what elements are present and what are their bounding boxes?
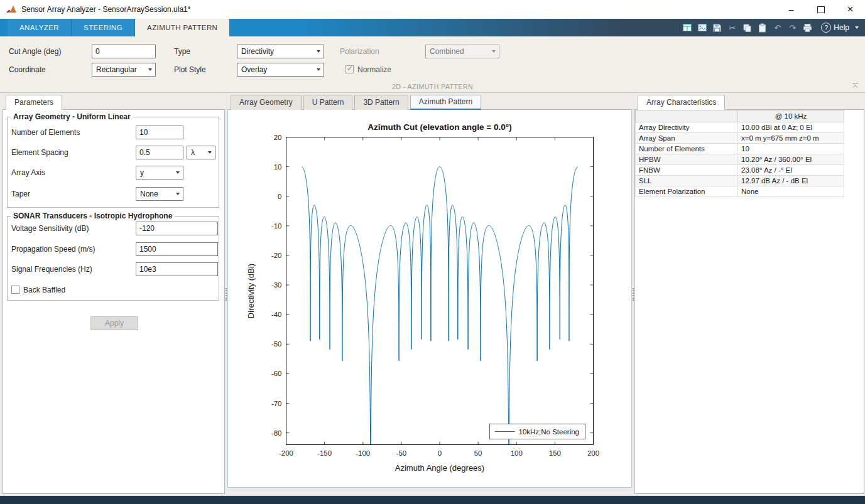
normalize-label: Normalize <box>357 63 391 77</box>
ribbon-section-label: 2D - AZIMUTH PATTERN <box>0 83 865 90</box>
row-label: SLL <box>636 176 738 186</box>
svg-text:-60: -60 <box>271 370 282 377</box>
help-label: Help <box>834 23 849 32</box>
svg-text:-10: -10 <box>271 222 282 230</box>
copy-icon[interactable] <box>742 23 753 33</box>
signal-frequencies-label: Signal Frequencies (Hz) <box>11 262 92 276</box>
close-button[interactable]: × <box>835 0 865 19</box>
voltage-sensitivity-input[interactable] <box>136 222 218 235</box>
characteristics-row: Array Directivity10.00 dBi at 0 Az; 0 El <box>636 122 844 133</box>
svg-text:0: 0 <box>278 193 281 200</box>
help-button[interactable]: ? Help <box>821 23 849 33</box>
type-label: Type <box>174 45 190 58</box>
num-elements-input[interactable] <box>136 126 183 139</box>
tab-azimuth-pattern[interactable]: AZIMUTH PATTERN <box>135 19 229 36</box>
tab-array-characteristics[interactable]: Array Characteristics <box>638 95 725 110</box>
svg-text:-50: -50 <box>396 449 407 457</box>
tab-analyzer[interactable]: ANALYZER <box>8 19 72 36</box>
element-spacing-input[interactable] <box>136 146 183 159</box>
signal-frequencies-input[interactable] <box>136 262 218 276</box>
undo-icon[interactable]: ↶ <box>772 23 783 33</box>
element-spacing-unit-dropdown[interactable]: λ <box>187 146 215 159</box>
element-spacing-unit-value: λ <box>191 148 195 157</box>
minimize-button[interactable]: – <box>776 0 806 19</box>
svg-text:-70: -70 <box>271 400 282 407</box>
tab-parameters[interactable]: Parameters <box>6 95 62 110</box>
normalize-checkbox[interactable] <box>345 65 354 73</box>
characteristics-table: @ 10 kHz Array Directivity10.00 dBi at 0… <box>635 110 844 197</box>
figure-tab-u-pattern[interactable]: U Pattern <box>303 95 353 110</box>
figure-tab-azimuth-pattern[interactable]: Azimuth Pattern <box>410 95 481 110</box>
paste-icon[interactable] <box>757 23 768 33</box>
maximize-icon <box>817 6 825 13</box>
row-value: None <box>738 186 844 197</box>
collapse-ribbon-icon[interactable] <box>851 82 859 89</box>
plot-style-label: Plot Style <box>174 63 206 77</box>
chevron-down-icon <box>313 45 324 58</box>
parameters-panel: Parameters Array Geometry - Uniform Line… <box>3 94 225 494</box>
cut-angle-input[interactable] <box>92 45 156 58</box>
transducers-title: SONAR Transducers - Isotropic Hydrophone <box>11 212 175 220</box>
chevron-down-icon <box>204 146 215 159</box>
polarization-label: Polarization <box>340 45 379 58</box>
chevron-down-icon <box>172 166 183 179</box>
svg-text:200: 200 <box>587 449 599 457</box>
tab-steering[interactable]: STEERING <box>72 19 135 36</box>
svg-text:-20: -20 <box>271 252 282 259</box>
polarization-dropdown[interactable]: Combined <box>425 45 499 58</box>
coordinate-dropdown[interactable]: Rectangular <box>92 63 156 77</box>
figure-panel: Array Geometry U Pattern 3D Pattern Azim… <box>227 94 632 488</box>
row-label: FNBW <box>636 165 738 176</box>
apply-button[interactable]: Apply <box>90 316 138 330</box>
image-icon[interactable] <box>697 23 707 33</box>
matlab-icon <box>6 4 17 15</box>
ribbon: Cut Angle (deg) Type Directivity Polariz… <box>0 36 865 93</box>
toolbar-overflow-icon[interactable] <box>855 26 859 29</box>
array-axis-dropdown[interactable]: y <box>136 166 183 180</box>
characteristics-body: @ 10 kHz Array Directivity10.00 dBi at 0… <box>634 110 864 494</box>
taper-dropdown[interactable]: None <box>136 187 183 201</box>
splitter-grip-icon <box>633 288 634 301</box>
title-bar: Sensor Array Analyzer - SensorArraySessi… <box>0 0 865 19</box>
row-value: 12.97 dB Az / - dB El <box>738 176 844 186</box>
maximize-button[interactable] <box>806 0 835 19</box>
propagation-speed-input[interactable] <box>136 242 218 256</box>
voltage-sensitivity-label: Voltage Sensitivity (dB) <box>11 222 89 235</box>
quick-access-toolbar: ✂ ↶ ↷ ? Help <box>682 19 865 36</box>
cut-angle-label: Cut Angle (deg) <box>9 45 61 58</box>
figure-tab-array-geometry[interactable]: Array Geometry <box>231 95 302 110</box>
svg-text:10kHz;No Steering: 10kHz;No Steering <box>519 428 580 436</box>
cut-icon[interactable]: ✂ <box>727 23 737 33</box>
figure-tab-3d-pattern[interactable]: 3D Pattern <box>354 95 408 110</box>
redo-icon[interactable]: ↷ <box>787 23 798 33</box>
save-icon[interactable] <box>712 23 722 33</box>
print-icon[interactable] <box>802 23 813 33</box>
row-value: 10.20° Az / 360.00° El <box>738 154 844 165</box>
svg-text:-40: -40 <box>271 311 282 318</box>
svg-text:50: 50 <box>474 449 482 457</box>
svg-text:-150: -150 <box>317 449 332 457</box>
type-dropdown[interactable]: Directivity <box>237 45 324 58</box>
back-baffled-checkbox[interactable] <box>11 286 19 294</box>
svg-text:20: 20 <box>274 134 282 141</box>
row-label: Array Directivity <box>636 122 738 133</box>
grid-icon[interactable] <box>682 23 692 33</box>
window-title: Sensor Array Analyzer - SensorArraySessi… <box>21 5 190 14</box>
row-value: 23.08° Az / -° El <box>738 165 844 176</box>
plot-style-dropdown[interactable]: Overlay <box>237 63 324 77</box>
window-controls: – × <box>776 0 865 19</box>
svg-text:-30: -30 <box>271 281 282 289</box>
help-icon: ? <box>821 23 831 33</box>
row-value: 10.00 dBi at 0 Az; 0 El <box>738 122 844 133</box>
num-elements-label: Number of Elements <box>11 126 80 139</box>
svg-text:-200: -200 <box>279 449 293 457</box>
azimuth-cut-plot: -200-150-100-5005010015020020100-10-20-3… <box>228 110 631 487</box>
row-label: Number of Elements <box>636 144 738 154</box>
coordinate-value: Rectangular <box>96 65 137 74</box>
polarization-value: Combined <box>430 47 464 56</box>
svg-text:10: 10 <box>274 163 282 171</box>
characteristics-row: HPBW10.20° Az / 360.00° El <box>636 154 844 165</box>
figure-canvas: -200-150-100-5005010015020020100-10-20-3… <box>227 110 632 488</box>
splitter-grip-icon <box>226 288 227 301</box>
array-axis-label: Array Axis <box>11 166 45 180</box>
